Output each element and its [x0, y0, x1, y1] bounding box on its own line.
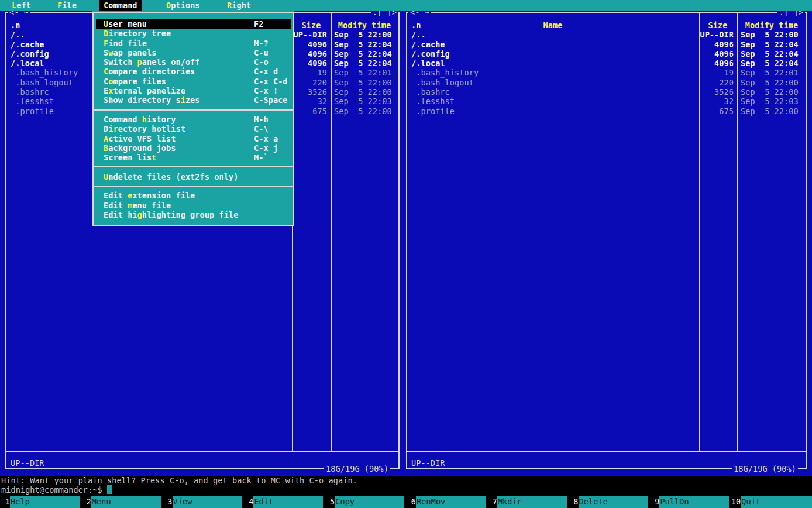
file-mtime: Sep 5 22:01	[737, 68, 806, 77]
menu-bar: Left File Command Options Right	[0, 0, 812, 11]
menu-item[interactable]: Background jobsC-x j	[96, 143, 291, 153]
file-row[interactable]: /.config4096Sep 5 22:04	[407, 49, 806, 59]
fkey-label: Menu	[91, 496, 161, 508]
menu-item-label: Show directory sizes	[104, 95, 200, 105]
fkey-5-copy[interactable]: 5Copy	[325, 496, 406, 508]
file-size: 3526	[292, 87, 331, 97]
menu-item[interactable]: Switch panels on/offC-o	[96, 57, 291, 67]
menu-item-label: Directory tree	[104, 29, 171, 38]
fkey-1-help[interactable]: 1Help	[0, 496, 81, 508]
file-row[interactable]: /.cache4096Sep 5 22:04	[407, 40, 806, 49]
fkey-label: Edit	[253, 496, 323, 508]
name-column-header[interactable]: .nName	[407, 20, 699, 30]
shell-prompt: midnight@commander:~$	[1, 485, 102, 495]
mtime-column-header[interactable]: Modify time	[737, 20, 806, 30]
file-row[interactable]: .profile675Sep 5 22:00	[407, 107, 806, 116]
menu-item[interactable]: Command historyM-h	[96, 115, 291, 124]
file-row[interactable]: .bash_history19Sep 5 22:01	[407, 68, 806, 77]
fkey-label: PullDn	[659, 496, 729, 508]
menubar-item-command[interactable]: Command	[99, 0, 142, 11]
fkey-6-renmov[interactable]: 6RenMov	[406, 496, 487, 508]
fkey-number: 5	[325, 496, 335, 508]
menu-item-label: User menu	[104, 19, 147, 29]
menubar-item-file[interactable]: File	[53, 0, 81, 11]
fkey-label: Mkdir	[497, 496, 567, 508]
menu-item[interactable]: Show directory sizesC-Space	[96, 95, 291, 105]
terminal-cursor	[107, 485, 112, 494]
file-mtime: Sep 5 22:03	[331, 97, 398, 106]
menu-separator	[94, 162, 293, 171]
file-row[interactable]: .bash_logout220Sep 5 22:00	[407, 78, 806, 87]
fkey-label: Quit	[741, 496, 812, 508]
shell-prompt-line[interactable]: midnight@commander:~$	[0, 485, 812, 495]
menu-item[interactable]: Edit highlighting group file	[96, 210, 291, 219]
fkey-number: 10	[731, 496, 741, 508]
hint-line: Hint: Want your plain shell? Press C-o, …	[0, 476, 812, 485]
fkey-7-mkdir[interactable]: 7Mkdir	[487, 496, 569, 508]
menu-item[interactable]: Directory tree	[96, 29, 291, 38]
file-size: 32	[699, 97, 737, 106]
file-size: 4096	[699, 49, 737, 59]
file-size: 675	[699, 107, 737, 116]
menu-item-label: Switch panels on/off	[104, 57, 200, 67]
menubar-item-options[interactable]: Options	[161, 0, 205, 11]
menu-item-label: Active VFS list	[104, 134, 176, 143]
fkey-3-view[interactable]: 3View	[163, 496, 244, 508]
menu-item[interactable]: Compare filesC-x C-d	[96, 77, 291, 86]
file-row[interactable]: /.local4096Sep 5 22:04	[407, 59, 806, 68]
size-column-header[interactable]: Size	[699, 20, 737, 30]
menu-item-label: External panelize	[104, 86, 185, 95]
file-size: UP--DIR	[292, 30, 331, 39]
menu-item-label: Command history	[104, 115, 176, 124]
menubar-item-left[interactable]: Left	[7, 0, 36, 11]
file-size: 19	[699, 68, 737, 77]
menubar-item-right[interactable]: Right	[222, 0, 256, 11]
fkey-10-quit[interactable]: 10Quit	[731, 496, 812, 508]
menu-item[interactable]: User menuF2	[96, 19, 291, 29]
fkey-number: 2	[81, 496, 91, 508]
menu-item-shortcut: C-x d	[254, 67, 278, 76]
fkey-4-edit[interactable]: 4Edit	[243, 496, 325, 508]
fkey-number: 3	[163, 496, 173, 508]
menu-item-label: Undelete files (ext2fs only)	[104, 172, 238, 181]
file-name: .bashrc	[407, 87, 699, 97]
right-panel-header-row: .nName Size Modify time	[407, 20, 806, 30]
menu-item[interactable]: Edit menu file	[96, 201, 291, 210]
file-name: /.cache	[407, 40, 699, 49]
right-panel-border-top	[406, 12, 807, 13]
fkey-label: Help	[10, 496, 80, 508]
menu-item[interactable]: Active VFS listC-x a	[96, 134, 291, 143]
menu-item[interactable]: Screen listM-`	[96, 153, 291, 162]
menu-item-shortcut: C-\	[254, 124, 269, 133]
menu-item[interactable]: Compare directoriesC-x d	[96, 67, 291, 76]
menu-item-shortcut: C-x a	[254, 134, 278, 143]
file-row[interactable]: .bashrc3526Sep 5 22:00	[407, 87, 806, 97]
menu-item[interactable]: Swap panelsC-u	[96, 48, 291, 57]
menu-item-label: Find file	[104, 39, 147, 48]
fkey-label: RenMov	[416, 496, 486, 508]
left-panel-ministatus-separator	[6, 451, 398, 452]
mtime-column-header[interactable]: Modify time	[331, 20, 398, 30]
file-mtime: Sep 5 22:04	[737, 49, 806, 59]
menu-item[interactable]: Edit extension file	[96, 191, 291, 200]
menu-item[interactable]: Find fileM-?	[96, 39, 291, 48]
file-mtime: Sep 5 22:00	[331, 107, 398, 116]
fkey-label: View	[173, 496, 242, 508]
file-row[interactable]: .lesshst32Sep 5 22:03	[407, 97, 806, 106]
file-mtime: Sep 5 22:00	[331, 30, 398, 39]
file-row[interactable]: /..UP--DIRSep 5 22:00	[407, 30, 806, 39]
fkey-9-pulldn[interactable]: 9PullDn	[649, 496, 731, 508]
menu-item[interactable]: Directory hotlistC-\	[96, 124, 291, 133]
file-mtime: Sep 5 22:03	[737, 97, 806, 106]
fkey-number: 7	[487, 496, 497, 508]
fkey-label: Copy	[335, 496, 404, 508]
menu-item-shortcut: C-x j	[254, 143, 278, 153]
menu-item-shortcut: M-h	[254, 115, 269, 124]
menu-item[interactable]: External panelizeC-x !	[96, 86, 291, 95]
file-mtime: Sep 5 22:04	[331, 59, 398, 68]
file-mtime: Sep 5 22:01	[331, 68, 398, 77]
size-column-header[interactable]: Size	[292, 20, 331, 30]
fkey-8-delete[interactable]: 8Delete	[569, 496, 650, 508]
menu-item[interactable]: Undelete files (ext2fs only)	[96, 172, 291, 181]
fkey-2-menu[interactable]: 2Menu	[81, 496, 163, 508]
